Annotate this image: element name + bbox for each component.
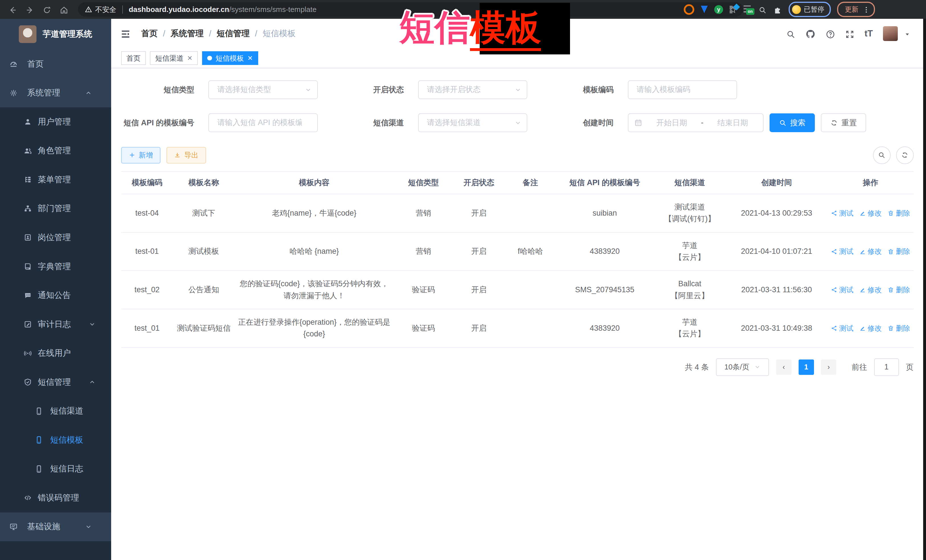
- modify-link[interactable]: 修改: [859, 284, 882, 296]
- profile-paused-chip[interactable]: 已暂停: [788, 2, 831, 17]
- active-dot: [207, 56, 212, 61]
- close-icon[interactable]: ✕: [247, 54, 253, 62]
- channel-input[interactable]: [419, 118, 527, 127]
- extensions-puzzle-icon[interactable]: [773, 4, 782, 15]
- delete-link[interactable]: 删除: [888, 246, 910, 257]
- caret-down-icon[interactable]: [904, 28, 911, 39]
- cell-actions: 测试 修改 删除: [828, 309, 914, 347]
- export-button[interactable]: 导出: [166, 147, 206, 163]
- browser-update-chip[interactable]: 更新: [837, 2, 875, 17]
- sidebar-item-menu-management[interactable]: 菜单管理: [0, 165, 111, 194]
- sms-type-input[interactable]: [209, 85, 317, 94]
- extension-list-on-icon[interactable]: on: [744, 5, 752, 14]
- end-date-placeholder[interactable]: 结束日期: [708, 118, 757, 128]
- api-template-id-input[interactable]: [209, 118, 317, 127]
- extension-y-icon[interactable]: y: [714, 5, 723, 14]
- sidebar-item-sms-log[interactable]: 短信日志: [0, 454, 111, 483]
- page-size-value: 10条/页: [724, 362, 749, 372]
- extension-pin-icon[interactable]: [701, 6, 708, 13]
- template-code-field[interactable]: [628, 80, 737, 99]
- modify-link[interactable]: 修改: [859, 246, 882, 257]
- add-button[interactable]: 新增: [121, 147, 161, 163]
- prev-page-button[interactable]: ‹: [776, 359, 791, 375]
- sidebar-item-role-management[interactable]: 角色管理: [0, 136, 111, 166]
- search-icon[interactable]: [786, 28, 796, 39]
- sidebar-item-user-management[interactable]: 用户管理: [0, 107, 111, 136]
- sidebar-item-home[interactable]: 首页: [0, 50, 111, 78]
- sidebar-item-dept-management[interactable]: 部门管理: [0, 194, 111, 223]
- help-icon[interactable]: [826, 28, 835, 39]
- app-title: 芋道管理系统: [42, 29, 92, 40]
- breadcrumb-item[interactable]: 系统管理: [171, 28, 204, 39]
- sidebar-item-post-management[interactable]: 岗位管理: [0, 223, 111, 252]
- sidebar-item-error-code[interactable]: 错误码管理: [0, 483, 111, 512]
- test-link[interactable]: 测试: [831, 284, 853, 296]
- sidebar-item-system-management[interactable]: 系统管理: [0, 78, 111, 108]
- extension-magnifier-icon[interactable]: [758, 4, 767, 15]
- sms-type-select[interactable]: [208, 80, 318, 99]
- browser-reload-icon[interactable]: [42, 4, 51, 15]
- close-icon[interactable]: ✕: [187, 54, 193, 62]
- security-indicator[interactable]: 不安全: [85, 5, 116, 14]
- annotation-part2: 模板: [470, 8, 541, 51]
- sidebar-logo-row[interactable]: 芋道管理系统: [0, 19, 111, 50]
- sidebar-collapse-icon[interactable]: [121, 28, 130, 39]
- font-size-icon[interactable]: tT: [864, 29, 873, 39]
- next-page-button[interactable]: ›: [821, 359, 836, 375]
- browser-forward-icon[interactable]: [25, 4, 34, 15]
- github-icon[interactable]: [805, 28, 816, 39]
- scrollbar[interactable]: [923, 19, 926, 560]
- tab-home[interactable]: 首页: [121, 51, 146, 65]
- api-template-id-field[interactable]: [208, 113, 318, 132]
- template-code-input[interactable]: [628, 85, 737, 94]
- hide-search-button[interactable]: [873, 146, 891, 164]
- tab-sms-template[interactable]: 短信模板 ✕: [202, 51, 258, 65]
- sidebar-item-sms-management[interactable]: 短信管理: [0, 368, 111, 397]
- sidebar-item-notice[interactable]: 通知公告: [0, 281, 111, 310]
- sidebar-item-audit-log[interactable]: 审计日志: [0, 310, 111, 339]
- sidebar-item-dict-management[interactable]: 字典管理: [0, 252, 111, 281]
- security-label: 不安全: [95, 5, 117, 14]
- breadcrumb-item[interactable]: 短信管理: [216, 28, 250, 39]
- modify-link[interactable]: 修改: [859, 207, 882, 219]
- export-button-label: 导出: [184, 150, 198, 160]
- cell-code: test_01: [121, 309, 173, 347]
- test-link[interactable]: 测试: [831, 246, 853, 257]
- test-link[interactable]: 测试: [831, 207, 853, 219]
- page-size-select[interactable]: 10条/页: [716, 358, 769, 376]
- extension-ring-icon[interactable]: [684, 4, 694, 15]
- start-date-placeholder[interactable]: 开始日期: [647, 118, 696, 128]
- sidebar-item-sms-channel[interactable]: 短信渠道: [0, 397, 111, 426]
- browser-home-icon[interactable]: [60, 4, 68, 15]
- goto-page-input[interactable]: [874, 358, 899, 376]
- browser-back-icon[interactable]: [8, 4, 17, 15]
- extension-grid-icon[interactable]: [729, 6, 737, 14]
- breadcrumb-item[interactable]: 首页: [141, 28, 157, 39]
- delete-link[interactable]: 删除: [888, 323, 910, 334]
- date-range-picker[interactable]: 开始日期 - 结束日期: [628, 113, 764, 132]
- trash-icon: [888, 248, 894, 255]
- fullscreen-icon[interactable]: [845, 28, 855, 39]
- search-icon: [779, 119, 787, 127]
- cell-status: 开启: [453, 232, 505, 271]
- tab-sms-channel[interactable]: 短信渠道 ✕: [150, 51, 198, 65]
- sidebar-item-online-users[interactable]: 在线用户: [0, 339, 111, 368]
- cell-api-id: 4383920: [556, 232, 654, 271]
- search-button[interactable]: 搜索: [770, 113, 815, 132]
- reset-button[interactable]: 重置: [821, 113, 866, 132]
- status-select[interactable]: [418, 80, 527, 99]
- test-link[interactable]: 测试: [831, 323, 853, 334]
- channel-select[interactable]: [418, 113, 527, 132]
- user-avatar[interactable]: [883, 26, 898, 41]
- page-1-button[interactable]: 1: [799, 359, 814, 375]
- cell-channel: 测试渠道【调试(钉钉)】: [654, 194, 726, 232]
- delete-link[interactable]: 删除: [888, 284, 910, 296]
- status-input[interactable]: [419, 85, 527, 94]
- delete-link[interactable]: 删除: [888, 207, 910, 219]
- edit-icon: [859, 325, 866, 332]
- modify-link[interactable]: 修改: [859, 323, 882, 334]
- browser-menu-kebab-icon[interactable]: [862, 5, 870, 14]
- sidebar-item-sms-template[interactable]: 短信模板: [0, 426, 111, 454]
- sidebar-item-infrastructure[interactable]: 基础设施: [0, 512, 111, 542]
- refresh-table-button[interactable]: [896, 146, 914, 164]
